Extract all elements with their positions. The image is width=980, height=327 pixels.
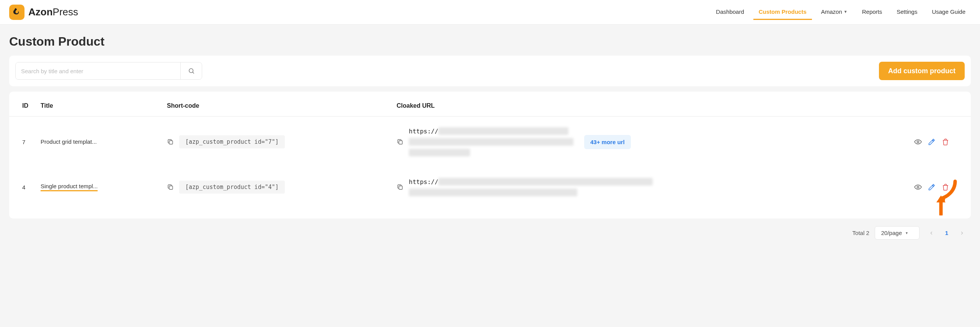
page-size-select[interactable]: 20/page ▾ bbox=[875, 226, 920, 240]
svg-point-0 bbox=[189, 69, 193, 73]
pencil-icon bbox=[928, 138, 936, 146]
shortcode-value[interactable]: [azp_custom_product id="4"] bbox=[179, 181, 285, 194]
header-actions bbox=[910, 95, 971, 117]
delete-button[interactable] bbox=[942, 138, 949, 146]
cell-title: Product grid templat... bbox=[36, 117, 162, 168]
annotation-arrow-icon bbox=[934, 179, 957, 202]
redacted-url bbox=[409, 138, 573, 146]
chevron-down-icon: ▼ bbox=[844, 10, 848, 14]
nav-usage-guide[interactable]: Usage Guide bbox=[926, 5, 971, 20]
delete-button[interactable] bbox=[942, 183, 949, 191]
logo-text: AzonPress bbox=[28, 6, 78, 18]
url-lines: https:// bbox=[409, 127, 573, 156]
search-button[interactable] bbox=[180, 62, 202, 79]
cell-id: 4 bbox=[9, 167, 36, 207]
url-prefix: https:// bbox=[409, 178, 438, 186]
nav-custom-products[interactable]: Custom Products bbox=[753, 5, 812, 20]
svg-rect-3 bbox=[399, 141, 402, 144]
edit-button[interactable] bbox=[928, 183, 936, 191]
copy-icon[interactable] bbox=[167, 184, 174, 191]
copy-icon[interactable] bbox=[167, 138, 174, 145]
svg-line-1 bbox=[193, 72, 194, 73]
header-title: Title bbox=[36, 95, 162, 117]
cell-title: Single product templ... bbox=[36, 167, 162, 207]
cell-url: https:// 43+ more url bbox=[397, 127, 905, 156]
products-table: ID Title Short-code Cloaked URL 7 Produc… bbox=[9, 92, 971, 219]
trash-icon bbox=[942, 138, 949, 146]
logo-badge bbox=[9, 5, 24, 20]
search-icon bbox=[188, 67, 195, 74]
redacted-url bbox=[438, 178, 653, 186]
url-lines: https:// bbox=[409, 178, 653, 196]
product-title[interactable]: Single product templ... bbox=[41, 183, 98, 191]
nav-amazon-label: Amazon bbox=[821, 8, 842, 15]
logo[interactable]: AzonPress bbox=[9, 5, 78, 20]
eye-icon bbox=[914, 183, 922, 191]
page-title: Custom Product bbox=[0, 25, 980, 56]
cell-url: https:// bbox=[397, 178, 905, 196]
search-group bbox=[15, 62, 202, 80]
header-cloaked-url: Cloaked URL bbox=[392, 95, 910, 117]
next-page-button[interactable] bbox=[956, 227, 969, 240]
add-custom-product-button[interactable]: Add custom product bbox=[879, 62, 965, 80]
table-header-row: ID Title Short-code Cloaked URL bbox=[9, 95, 971, 117]
view-button[interactable] bbox=[914, 138, 922, 146]
view-button[interactable] bbox=[914, 183, 922, 191]
copy-icon[interactable] bbox=[397, 138, 403, 145]
page-number[interactable]: 1 bbox=[940, 227, 953, 240]
redacted-url bbox=[409, 189, 577, 196]
pager: 1 bbox=[925, 227, 969, 240]
header-id: ID bbox=[9, 95, 36, 117]
redacted-url bbox=[409, 149, 470, 156]
chevron-left-icon bbox=[929, 230, 934, 236]
pagination-bar: Total 2 20/page ▾ 1 bbox=[0, 219, 980, 255]
pencil-icon bbox=[928, 183, 936, 191]
total-count: Total 2 bbox=[853, 230, 869, 236]
toolbar: Add custom product bbox=[9, 56, 971, 86]
edit-button[interactable] bbox=[928, 138, 936, 146]
row-actions bbox=[914, 183, 966, 191]
product-title[interactable]: Product grid templat... bbox=[41, 138, 97, 146]
nav-amazon[interactable]: Amazon ▼ bbox=[816, 5, 853, 20]
trash-icon bbox=[942, 183, 949, 191]
cell-id: 7 bbox=[9, 117, 36, 168]
cell-shortcode: [azp_custom_product id="7"] bbox=[167, 135, 387, 148]
redacted-url bbox=[438, 127, 568, 135]
flame-icon bbox=[13, 8, 21, 16]
header: AzonPress Dashboard Custom Products Amaz… bbox=[0, 0, 980, 25]
table-row: 4 Single product templ... [azp_custom_pr… bbox=[9, 167, 971, 207]
row-actions bbox=[914, 138, 966, 146]
svg-point-7 bbox=[917, 186, 919, 188]
cell-shortcode: [azp_custom_product id="4"] bbox=[167, 181, 387, 194]
top-nav: Dashboard Custom Products Amazon ▼ Repor… bbox=[710, 5, 971, 20]
copy-icon[interactable] bbox=[397, 184, 403, 191]
url-prefix: https:// bbox=[409, 128, 438, 135]
nav-reports[interactable]: Reports bbox=[857, 5, 888, 20]
svg-rect-2 bbox=[169, 141, 173, 144]
header-shortcode: Short-code bbox=[162, 95, 392, 117]
nav-dashboard[interactable]: Dashboard bbox=[710, 5, 749, 20]
svg-rect-6 bbox=[399, 186, 402, 189]
nav-settings[interactable]: Settings bbox=[891, 5, 923, 20]
prev-page-button[interactable] bbox=[925, 227, 938, 240]
svg-rect-5 bbox=[169, 186, 173, 189]
svg-point-4 bbox=[917, 141, 919, 143]
chevron-right-icon bbox=[959, 230, 965, 236]
shortcode-value[interactable]: [azp_custom_product id="7"] bbox=[179, 135, 285, 148]
chevron-down-icon: ▾ bbox=[906, 231, 908, 235]
annotation-arrow-icon bbox=[934, 194, 948, 215]
table-row: 7 Product grid templat... [azp_custom_pr… bbox=[9, 117, 971, 168]
page-size-label: 20/page bbox=[881, 230, 902, 236]
eye-icon bbox=[914, 138, 922, 146]
search-input[interactable] bbox=[16, 62, 180, 79]
more-url-badge[interactable]: 43+ more url bbox=[584, 135, 631, 149]
